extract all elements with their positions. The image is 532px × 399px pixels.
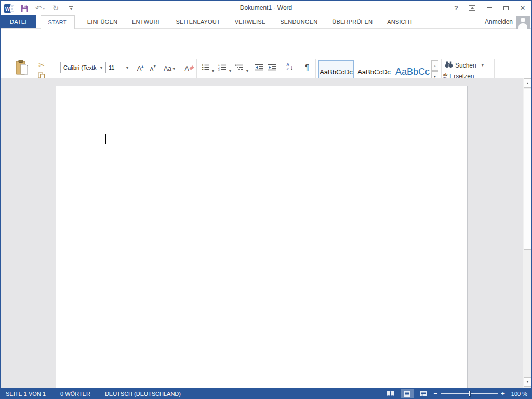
account-avatar[interactable] [516,16,530,29]
minimize-icon [487,7,492,8]
word-count[interactable]: 0 WÖRTER [53,391,98,397]
tab-sendungen[interactable]: SENDUNGEN [273,15,325,28]
binoculars-icon [445,61,453,70]
print-layout-icon[interactable] [401,389,414,398]
document-page[interactable] [56,86,468,388]
status-bar: SEITE 1 VON 1 0 WÖRTER DEUTSCH (DEUTSCHL… [1,388,531,399]
tab-ueberpruefen[interactable]: ÜBERPRÜFEN [325,15,380,28]
sign-in-link[interactable]: Anmelden [485,15,513,29]
change-case-button[interactable]: Aa▾ [162,62,177,73]
cut-icon[interactable]: ✂ [36,60,47,70]
font-name-select[interactable]: Calibri (Textk ▾ [60,62,104,73]
zoom-level[interactable]: 100 % [511,391,527,397]
multilevel-dropdown-icon[interactable]: ▾ [245,63,250,74]
close-button[interactable]: ✕ [515,1,530,15]
bullets-dropdown-icon[interactable]: ▾ [210,63,216,74]
page-indicator[interactable]: SEITE 1 VON 1 [1,391,53,397]
show-paragraph-marks-icon[interactable]: ¶ [302,62,312,72]
font-size-select[interactable]: 11 ▾ [105,62,130,73]
statusbar-right: − + 100 % [384,388,527,399]
zoom-slider[interactable] [441,393,498,394]
web-layout-icon[interactable] [417,389,431,398]
tab-datei[interactable]: DATEI [1,15,36,28]
grow-font-button[interactable]: A▴ [135,62,146,73]
font-name-dropdown-icon: ▾ [100,65,102,70]
svg-text:3: 3 [218,69,220,71]
maximize-button[interactable] [498,1,514,15]
decrease-indent-icon[interactable] [254,63,265,71]
numbering-dropdown-icon[interactable]: ▾ [228,63,233,74]
document-area[interactable] [1,78,523,388]
tab-entwurf[interactable]: ENTWURF [125,15,168,28]
tab-ansicht[interactable]: ANSICHT [380,15,420,28]
scrollbar-thumb[interactable] [524,89,531,250]
tab-start[interactable]: START [41,15,75,29]
eraser-icon [189,65,194,70]
zoom-out-icon[interactable]: − [434,391,438,396]
zoom-slider-handle[interactable] [469,391,471,397]
scroll-down-icon[interactable]: ▼ [524,377,531,387]
language-indicator[interactable]: DEUTSCH (DEUTSCHLAND) [98,391,188,397]
font-size-dropdown-icon: ▾ [126,65,128,70]
tab-seitenlayout[interactable]: SEITENLAYOUT [168,15,227,28]
ribbon-display-options-button[interactable] [464,1,480,15]
minimize-button[interactable] [482,1,497,15]
find-button[interactable]: Suchen ▾ [445,61,484,70]
bullets-icon[interactable] [201,63,211,71]
styles-scroll-up-icon[interactable]: ▲ [431,60,438,71]
vertical-scrollbar[interactable]: ▲ ▼ [523,78,532,388]
ribbon-display-icon [469,5,475,11]
text-cursor [105,134,106,144]
tab-verweise[interactable]: VERWEISE [228,15,273,28]
clear-formatting-button[interactable]: A [183,62,195,73]
find-dropdown-icon[interactable]: ▾ [482,63,484,68]
word-window: W ↶ ▾ ↻ ▾ Dokume [0,0,532,399]
read-mode-icon[interactable] [384,389,397,398]
ribbon-tab-row: DATEI START EINFÜGEN ENTWURF SEITENLAYOU… [1,15,531,29]
sort-icon[interactable]: AZ ↓ [284,62,296,72]
ribbon: Einfügen ▾ ✂ Zwischenablage ↘ Calibri (T… [1,29,531,77]
tab-einfuegen[interactable]: EINFÜGEN [80,15,125,28]
increase-indent-icon[interactable] [267,63,278,71]
scroll-up-icon[interactable]: ▲ [524,78,531,88]
clipboard-icon [15,60,30,79]
numbering-icon[interactable]: 1 2 3 [217,63,228,71]
title-bar: W ↶ ▾ ↻ ▾ Dokume [1,1,531,15]
help-button[interactable]: ? [448,1,464,15]
multilevel-list-icon[interactable] [234,63,245,71]
shrink-font-button[interactable]: A▾ [147,62,158,73]
maximize-icon [503,6,509,10]
zoom-in-icon[interactable]: + [501,391,505,396]
